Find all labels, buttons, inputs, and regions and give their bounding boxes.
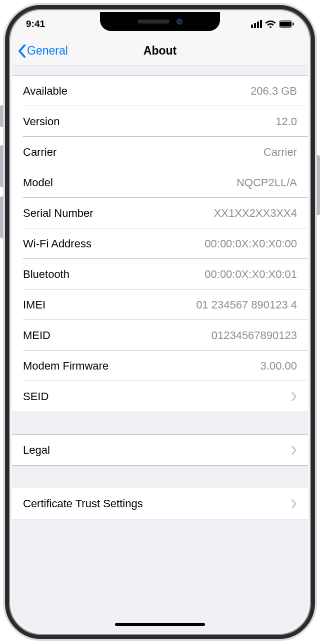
- cellular-signal-icon: [251, 20, 262, 28]
- row-meid[interactable]: MEID 01234567890123: [12, 320, 308, 351]
- row-value: 3.00.00: [108, 360, 297, 373]
- phone-side-button: [316, 155, 320, 215]
- svg-rect-2: [292, 23, 294, 26]
- row-label: Bluetooth: [23, 268, 70, 281]
- row-value: Carrier: [56, 146, 297, 159]
- phone-frame: 9:41 General: [5, 5, 315, 639]
- phone-volume-down-button: [0, 196, 4, 238]
- row-value: 00:00:0X:X0:X0:01: [70, 268, 297, 281]
- speaker-grille: [138, 20, 170, 24]
- notch: [100, 12, 220, 31]
- phone-silent-switch: [0, 105, 4, 127]
- row-value: XX1XX2XX3XX4: [94, 207, 297, 220]
- row-wifi-address[interactable]: Wi-Fi Address 00:00:0X:X0:X0:00: [12, 228, 308, 259]
- row-label: Version: [23, 115, 60, 128]
- row-value: 01 234567 890123 4: [46, 298, 297, 311]
- row-value: 12.0: [60, 115, 297, 128]
- row-available[interactable]: Available 206.3 GB: [12, 76, 308, 106]
- row-label: Serial Number: [23, 207, 94, 220]
- wifi-icon: [265, 20, 276, 28]
- row-label: Wi-Fi Address: [23, 237, 92, 250]
- row-label: SEID: [23, 390, 48, 403]
- row-model[interactable]: Model NQCP2LL/A: [12, 167, 308, 198]
- row-label: Model: [23, 176, 53, 189]
- row-modem-firmware[interactable]: Modem Firmware 3.00.00: [12, 351, 308, 381]
- row-value: 01234567890123: [50, 329, 297, 342]
- row-certificate-trust-settings[interactable]: Certificate Trust Settings: [12, 488, 308, 519]
- back-button[interactable]: General: [12, 44, 68, 58]
- row-seid[interactable]: SEID: [12, 381, 308, 412]
- row-value: 00:00:0X:X0:X0:00: [92, 237, 297, 250]
- phone-volume-up-button: [0, 145, 4, 187]
- row-value: 206.3 GB: [68, 85, 297, 98]
- settings-content[interactable]: Available 206.3 GB Version 12.0 Carrier …: [12, 66, 308, 579]
- row-label: Carrier: [23, 146, 56, 159]
- row-value: NQCP2LL/A: [53, 176, 297, 189]
- svg-rect-1: [280, 22, 291, 27]
- row-label: MEID: [23, 329, 50, 342]
- back-button-label: General: [27, 44, 68, 58]
- row-carrier[interactable]: Carrier Carrier: [12, 137, 308, 167]
- row-label: IMEI: [23, 298, 46, 311]
- status-time: 9:41: [26, 19, 45, 30]
- row-label: Available: [23, 85, 68, 98]
- front-camera: [176, 19, 182, 25]
- row-legal[interactable]: Legal: [12, 435, 308, 465]
- battery-icon: [279, 21, 294, 28]
- row-version[interactable]: Version 12.0: [12, 106, 308, 137]
- row-imei[interactable]: IMEI 01 234567 890123 4: [12, 289, 308, 320]
- home-indicator[interactable]: [115, 623, 205, 626]
- row-label: Certificate Trust Settings: [23, 497, 143, 510]
- chevron-right-icon: [291, 499, 297, 509]
- row-label: Modem Firmware: [23, 360, 108, 373]
- chevron-left-icon: [18, 44, 26, 58]
- legal-list: Legal: [12, 434, 308, 466]
- row-label: Legal: [23, 444, 50, 457]
- navigation-bar: General About: [12, 36, 308, 66]
- row-bluetooth[interactable]: Bluetooth 00:00:0X:X0:X0:01: [12, 259, 308, 289]
- chevron-right-icon: [291, 392, 297, 402]
- certificate-list: Certificate Trust Settings: [12, 488, 308, 519]
- chevron-right-icon: [291, 445, 297, 455]
- about-info-list: Available 206.3 GB Version 12.0 Carrier …: [12, 75, 308, 412]
- row-serial-number[interactable]: Serial Number XX1XX2XX3XX4: [12, 198, 308, 228]
